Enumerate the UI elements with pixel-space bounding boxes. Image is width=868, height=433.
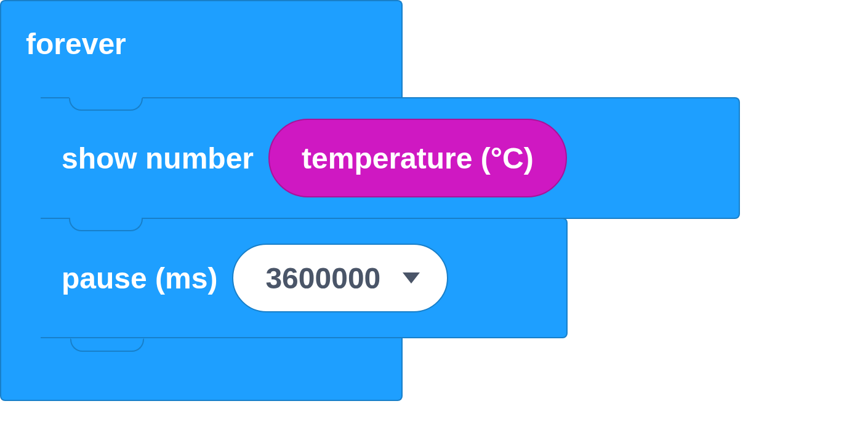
block-notch xyxy=(69,97,143,111)
forever-block[interactable]: forever show number temperature (°C) pau… xyxy=(0,0,403,401)
inner-blocks-container: show number temperature (°C) pause (ms) … xyxy=(39,98,740,338)
pause-label: pause (ms) xyxy=(62,261,217,295)
forever-body: show number temperature (°C) pause (ms) … xyxy=(0,98,403,338)
forever-footer xyxy=(0,338,403,401)
pause-value: 3600000 xyxy=(265,261,380,295)
block-notch xyxy=(69,218,143,231)
chevron-down-icon xyxy=(403,272,420,284)
pause-value-dropdown[interactable]: 3600000 xyxy=(232,244,448,312)
show-number-block[interactable]: show number temperature (°C) xyxy=(39,97,740,219)
pause-block[interactable]: pause (ms) 3600000 xyxy=(39,218,568,338)
forever-label: forever xyxy=(26,27,126,61)
temperature-label: temperature (°C) xyxy=(302,141,534,175)
temperature-input-pill[interactable]: temperature (°C) xyxy=(268,119,567,197)
show-number-label: show number xyxy=(62,141,254,175)
forever-header: forever xyxy=(0,0,403,98)
block-notch xyxy=(70,338,144,352)
